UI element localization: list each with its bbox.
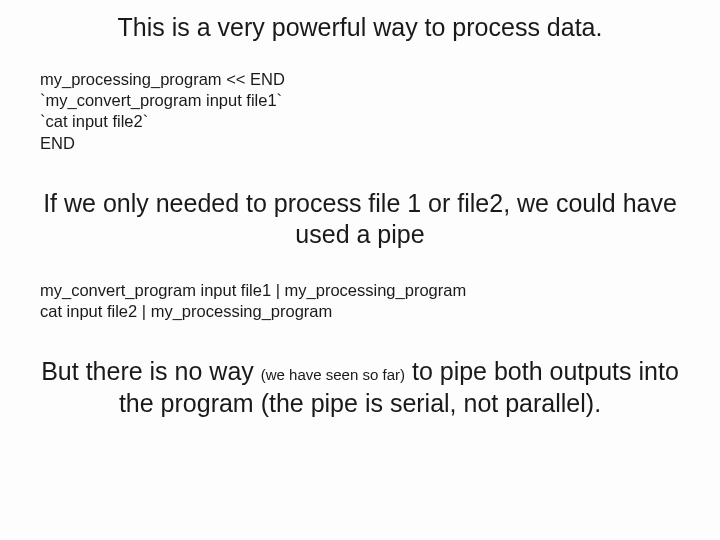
code-block-1: my_processing_program << END `my_convert… [40, 69, 684, 153]
slide: This is a very powerful way to process d… [0, 0, 720, 540]
code-block-2: my_convert_program input file1 | my_proc… [40, 280, 684, 322]
heading-3-part-a: But there is no way [41, 357, 261, 385]
heading-3: But there is no way (we have seen so far… [36, 356, 684, 419]
heading-3-note: (we have seen so far) [261, 366, 405, 383]
heading-2: If we only needed to process file 1 or f… [36, 188, 684, 251]
heading-1: This is a very powerful way to process d… [36, 12, 684, 43]
